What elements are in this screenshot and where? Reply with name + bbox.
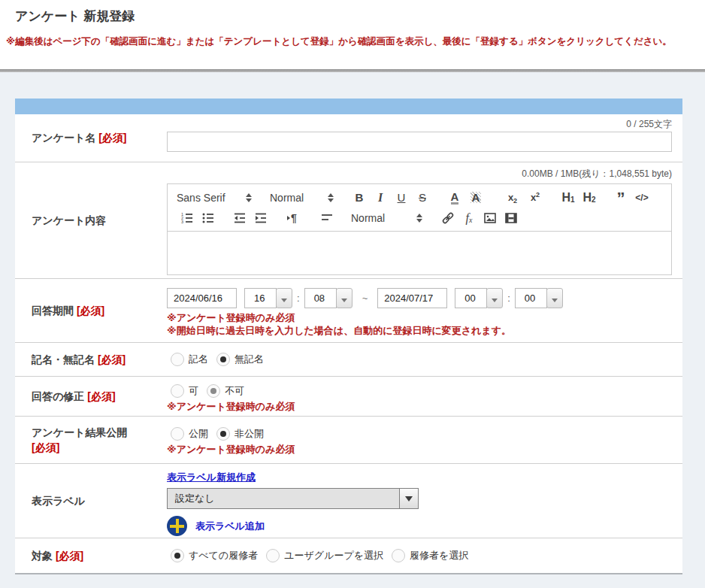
result-publish-note: ※アンケート登録時のみ必須 [167, 443, 672, 456]
radio-unselected-icon[interactable] [171, 353, 184, 366]
background-color-button[interactable]: A [465, 189, 486, 207]
add-display-label-icon[interactable] [167, 516, 187, 536]
anonymity-label: 記名・無記名 [32, 353, 95, 365]
link-button[interactable] [437, 209, 458, 227]
display-label-label: 表示ラベル [32, 495, 85, 507]
radio-option-kokai[interactable]: 公開 [171, 427, 208, 441]
text-color-button[interactable]: A [444, 189, 465, 207]
survey-name-input[interactable] [167, 132, 672, 152]
dropdown-arrow-icon[interactable] [486, 288, 503, 308]
end-date-input[interactable] [377, 288, 447, 308]
add-display-label-link[interactable]: 表示ラベル追加 [195, 520, 265, 533]
modification-note: ※アンケート登録時のみ必須 [167, 400, 672, 413]
char-counter: 0 / 255文字 [167, 119, 672, 129]
row-display-label: 表示ラベル 表示ラベル新規作成 設定なし 表示ラベル追加 [15, 463, 682, 538]
survey-form-table: アンケート名 [必須] 0 / 255文字 アンケート内容 0.00MB / 1… [15, 99, 682, 574]
radio-option-user-group[interactable]: ユーザグループを選択 [266, 549, 383, 562]
period-label: 回答期間 [32, 305, 74, 317]
bullet-list-button[interactable] [198, 209, 219, 227]
required-badge: [必須] [77, 305, 104, 317]
survey-content-label: アンケート内容 [32, 214, 106, 226]
required-badge: [必須] [98, 353, 126, 365]
indent-button[interactable] [250, 209, 271, 227]
radio-option-mukimei[interactable]: 無記名 [216, 353, 264, 366]
radio-selected-icon[interactable] [216, 353, 230, 366]
start-hour-select[interactable]: 16 [244, 288, 292, 308]
row-anonymity: 記名・無記名 [必須] 記名 無記名 [15, 342, 682, 376]
dropdown-arrow-icon[interactable] [336, 288, 352, 308]
radio-unselected-icon[interactable] [392, 549, 405, 562]
align-button[interactable] [316, 209, 337, 227]
radio-option-fuka[interactable]: 不可 [207, 384, 244, 398]
start-date-input[interactable] [167, 288, 237, 308]
radio-option-hikokai[interactable]: 非公開 [216, 427, 264, 441]
formula-button[interactable]: fx [458, 209, 480, 227]
end-hour-select[interactable]: 00 [455, 288, 503, 308]
select-arrow-icon[interactable] [399, 489, 418, 508]
font-picker[interactable]: Sans Serif [177, 192, 252, 204]
editor-toolbar: Sans Serif Normal B I U S A [168, 184, 671, 232]
page-content: アンケート名 [必須] 0 / 255文字 アンケート内容 0.00MB / 1… [0, 72, 705, 588]
radio-selected-icon[interactable] [216, 427, 230, 441]
required-badge: [必須] [87, 390, 115, 402]
dropdown-arrow-icon[interactable] [276, 288, 292, 308]
radio-option-ka[interactable]: 可 [171, 384, 198, 398]
dropdown-arrow-icon[interactable] [546, 288, 563, 308]
italic-button[interactable]: I [370, 189, 391, 207]
required-badge: [必須] [98, 132, 126, 144]
underline-button[interactable]: U [391, 189, 412, 207]
radio-unselected-icon[interactable] [171, 427, 184, 441]
required-badge: [必須] [56, 550, 83, 562]
start-minute-select[interactable]: 08 [304, 288, 352, 308]
row-answer-period: 回答期間 [必須] 16 : 08 ~ [15, 278, 682, 342]
direction-button[interactable]: ¶ [282, 209, 303, 227]
end-minute-select[interactable]: 00 [515, 288, 563, 308]
code-block-button[interactable]: </> [631, 189, 652, 207]
radio-selected-icon[interactable] [171, 549, 184, 562]
radio-unselected-icon[interactable] [266, 549, 280, 562]
modification-label: 回答の修正 [32, 390, 84, 402]
svg-text:3: 3 [181, 220, 183, 224]
radio-selected-icon[interactable] [207, 384, 220, 398]
blockquote-button[interactable]: ” [610, 189, 631, 207]
subscript-button[interactable]: x2 [501, 189, 524, 207]
period-note-1: ※アンケート登録時のみ必須 [167, 311, 672, 324]
page-title: アンケート 新規登録 [15, 8, 135, 25]
result-publish-label: アンケート結果公開 [32, 426, 127, 438]
strike-button[interactable]: S [412, 189, 433, 207]
row-target: 対象 [必須] すべての履修者 ユーザグループを選択 履修者を選択 [15, 538, 682, 573]
row-survey-name: アンケート名 [必須] 0 / 255文字 [15, 114, 682, 162]
target-label: 対象 [32, 550, 53, 562]
required-badge: [必須] [32, 440, 127, 455]
bold-button[interactable]: B [349, 189, 370, 207]
radio-option-select-students[interactable]: 履修者を選択 [392, 549, 468, 562]
radio-option-all-students[interactable]: すべての履修者 [171, 549, 258, 562]
row-survey-content: アンケート内容 0.00MB / 1MB(残り：1,048,551 byte) … [15, 162, 682, 278]
ordered-list-button[interactable]: 123 [177, 209, 198, 227]
page-header: アンケート 新規登録 ※編集後はページ下の「確認画面に進む」または「テンプレート… [0, 0, 705, 69]
header1-button[interactable]: H1 [558, 189, 579, 207]
table-header-bar [15, 99, 682, 114]
create-display-label-link[interactable]: 表示ラベル新規作成 [167, 471, 256, 483]
picker-arrows-icon [328, 193, 334, 202]
radio-unselected-icon[interactable] [171, 384, 184, 398]
video-button[interactable] [501, 209, 522, 227]
svg-text:¶: ¶ [291, 212, 297, 224]
superscript-button[interactable]: x2 [524, 189, 546, 207]
rich-text-editor: Sans Serif Normal B I U S A [167, 183, 672, 275]
page-notice: ※編集後はページ下の「確認画面に進む」または「テンプレートとして登録」から確認画… [6, 35, 672, 48]
image-button[interactable] [480, 209, 501, 227]
header2-button[interactable]: H2 [579, 189, 600, 207]
size-picker[interactable]: Normal [270, 192, 334, 204]
display-label-select[interactable]: 設定なし [167, 488, 419, 509]
row-result-publish: アンケート結果公開 [必須] 公開 非公開 ※アンケート登録時のみ必須 [15, 416, 682, 463]
row-modification: 回答の修正 [必須] 可 不可 ※アンケート登録時のみ必須 [15, 376, 682, 416]
period-note-2: ※開始日時に過去日時を入力した場合は、自動的に登録日時に変更されます。 [167, 324, 672, 337]
survey-name-label: アンケート名 [32, 132, 95, 144]
editor-content-area[interactable] [168, 232, 671, 274]
picker-arrows-icon [416, 214, 422, 223]
line-height-picker[interactable]: Normal [351, 212, 422, 224]
picker-arrows-icon [246, 193, 252, 202]
radio-option-kimei[interactable]: 記名 [171, 353, 208, 366]
outdent-button[interactable] [229, 209, 250, 227]
